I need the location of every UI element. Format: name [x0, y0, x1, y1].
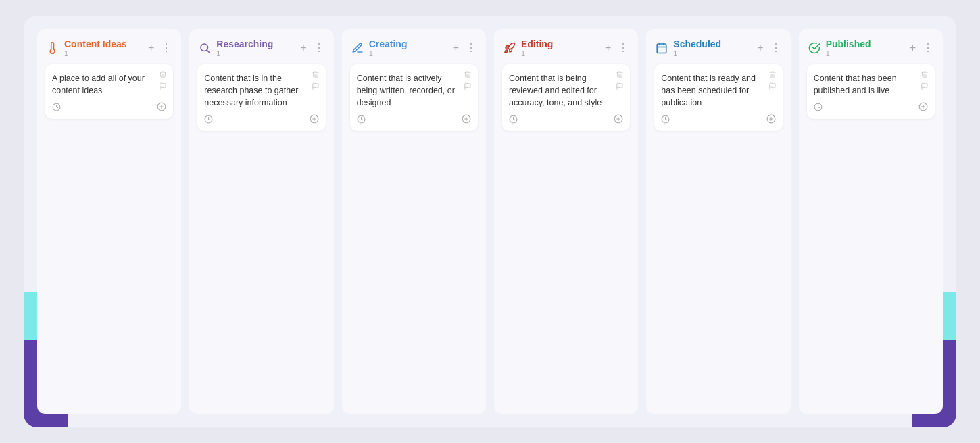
column-menu-button-published[interactable]: ⋮: [921, 41, 935, 55]
card-flag-button-creating-0[interactable]: [463, 82, 472, 91]
card-actions-creating-0: [463, 70, 472, 91]
column-actions-editing: +⋮: [604, 41, 630, 55]
card-text-scheduled-0: Content that is ready and has been sched…: [661, 72, 775, 109]
card-actions-content-ideas-0: [158, 70, 168, 91]
column-title-creating: Creating: [369, 38, 447, 49]
column-count-scheduled: 1: [673, 49, 752, 57]
column-actions-creating: +⋮: [451, 41, 478, 55]
card-flag-button-published-0[interactable]: [920, 82, 929, 91]
column-header-published: Published1+⋮: [807, 38, 935, 57]
card-footer-content-ideas-0: [52, 102, 166, 113]
search-icon: [197, 41, 212, 55]
clock-icon-editing-0: [509, 115, 518, 126]
card-flag-button-researching-0[interactable]: [311, 82, 320, 91]
column-menu-button-content-ideas[interactable]: ⋮: [160, 41, 173, 55]
column-count-published: 1: [826, 49, 904, 57]
column-menu-button-creating[interactable]: ⋮: [464, 41, 478, 55]
column-actions-content-ideas: +⋮: [147, 41, 173, 55]
clock-icon-researching-0: [204, 115, 213, 126]
card-footer-editing-0: [509, 114, 623, 126]
card-text-creating-0: Content that is actively being written, …: [357, 72, 471, 109]
card-flag-button-content-ideas-0[interactable]: [158, 82, 168, 91]
add-card-button-creating[interactable]: +: [451, 41, 460, 55]
column-menu-button-researching[interactable]: ⋮: [312, 41, 326, 55]
card-content-ideas-0: A place to add all of your content ideas: [45, 64, 173, 119]
add-subtask-button-content-ideas-0[interactable]: [157, 102, 166, 113]
column-title-content-ideas: Content Ideas: [64, 38, 143, 49]
column-researching: Researching1+⋮Content that is in the res…: [189, 29, 333, 414]
card-delete-button-scheduled-0[interactable]: [768, 70, 777, 79]
column-header-content-ideas: Content Ideas1+⋮: [45, 38, 173, 57]
column-creating: Creating1+⋮Content that is actively bein…: [342, 29, 486, 414]
card-text-researching-0: Content that is in the research phase to…: [204, 72, 318, 109]
pencil-icon: [350, 41, 365, 55]
column-count-researching: 1: [216, 49, 295, 57]
column-content-ideas: Content Ideas1+⋮A place to add all of yo…: [37, 29, 181, 414]
card-researching-0: Content that is in the research phase to…: [197, 64, 325, 131]
column-published: Published1+⋮Content that has been publis…: [799, 29, 943, 414]
card-actions-scheduled-0: [768, 70, 777, 91]
card-delete-button-researching-0[interactable]: [311, 70, 320, 79]
card-text-editing-0: Content that is being reviewed and edite…: [509, 72, 623, 109]
column-actions-scheduled: +⋮: [756, 41, 782, 55]
column-scheduled: Scheduled1+⋮Content that is ready and ha…: [646, 29, 790, 414]
clock-icon-content-ideas-0: [52, 103, 61, 113]
card-text-published-0: Content that has been published and is l…: [814, 72, 928, 97]
card-delete-button-creating-0[interactable]: [463, 70, 472, 79]
add-card-button-scheduled[interactable]: +: [756, 41, 764, 55]
calendar-icon: [654, 41, 669, 55]
card-creating-0: Content that is actively being written, …: [350, 64, 478, 131]
add-card-button-published[interactable]: +: [908, 41, 917, 55]
column-menu-button-scheduled[interactable]: ⋮: [769, 41, 783, 55]
rocket-icon: [502, 41, 517, 55]
column-editing: Editing1+⋮Content that is being reviewed…: [494, 29, 638, 414]
kanban-board: Content Ideas1+⋮A place to add all of yo…: [24, 16, 956, 427]
card-actions-researching-0: [311, 70, 320, 91]
column-title-researching: Researching: [216, 38, 295, 49]
column-title-published: Published: [826, 38, 904, 49]
add-card-button-editing[interactable]: +: [604, 41, 612, 55]
column-count-editing: 1: [521, 49, 599, 57]
clock-icon-published-0: [814, 103, 823, 113]
add-subtask-button-researching-0[interactable]: [310, 114, 319, 126]
column-title-scheduled: Scheduled: [673, 38, 752, 49]
card-text-content-ideas-0: A place to add all of your content ideas: [52, 72, 166, 97]
column-count-creating: 1: [369, 49, 447, 57]
add-subtask-button-creating-0[interactable]: [462, 114, 471, 126]
card-footer-scheduled-0: [661, 114, 775, 126]
add-card-button-content-ideas[interactable]: +: [147, 41, 155, 55]
column-menu-button-editing[interactable]: ⋮: [616, 41, 630, 55]
add-card-button-researching[interactable]: +: [299, 41, 308, 55]
card-delete-button-published-0[interactable]: [920, 70, 929, 79]
column-actions-researching: +⋮: [299, 41, 325, 55]
card-actions-published-0: [920, 70, 929, 91]
card-published-0: Content that has been published and is l…: [807, 64, 935, 119]
card-delete-button-editing-0[interactable]: [615, 70, 624, 79]
column-title-editing: Editing: [521, 38, 599, 49]
column-header-creating: Creating1+⋮: [350, 38, 478, 57]
card-editing-0: Content that is being reviewed and edite…: [502, 64, 630, 131]
card-flag-button-editing-0[interactable]: [615, 82, 624, 91]
column-header-researching: Researching1+⋮: [197, 38, 325, 57]
card-actions-editing-0: [615, 70, 624, 91]
card-footer-published-0: [814, 102, 928, 113]
add-subtask-button-published-0[interactable]: [918, 102, 928, 113]
card-scheduled-0: Content that is ready and has been sched…: [654, 64, 782, 131]
clock-icon-scheduled-0: [661, 115, 670, 126]
add-subtask-button-editing-0[interactable]: [614, 114, 623, 126]
checkmark-icon: [807, 41, 822, 55]
column-count-content-ideas: 1: [64, 49, 143, 57]
card-delete-button-content-ideas-0[interactable]: [158, 70, 168, 79]
thermometer-icon: [45, 41, 60, 55]
add-subtask-button-scheduled-0[interactable]: [766, 114, 776, 126]
column-header-scheduled: Scheduled1+⋮: [654, 38, 782, 57]
clock-icon-creating-0: [357, 115, 366, 126]
column-header-editing: Editing1+⋮: [502, 38, 630, 57]
svg-line-6: [207, 50, 210, 52]
card-footer-researching-0: [204, 114, 318, 126]
column-actions-published: +⋮: [908, 41, 935, 55]
card-footer-creating-0: [357, 114, 471, 126]
svg-rect-22: [658, 44, 667, 53]
card-flag-button-scheduled-0[interactable]: [768, 82, 777, 91]
